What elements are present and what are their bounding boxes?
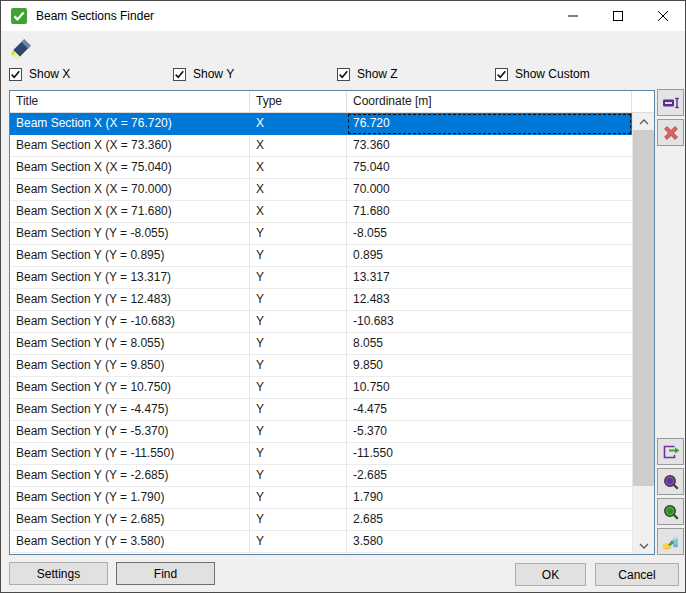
column-header-title[interactable]: Title (10, 91, 250, 112)
export-selection-button[interactable] (657, 438, 684, 465)
row-type: Y (250, 267, 347, 289)
zoom-selected-button[interactable] (657, 468, 684, 495)
row-coordinate: 9.850 (347, 355, 632, 377)
row-coordinate: 12.483 (347, 289, 632, 311)
minimize-icon (568, 11, 578, 21)
row-title: Beam Section X (X = 73.360) (10, 135, 250, 157)
table-row[interactable]: Beam Section X (X = 70.000) X 70.000 (10, 179, 632, 201)
row-type: Y (250, 443, 347, 465)
table-row[interactable]: Beam Section Y (Y = 3.580) Y 3.580 (10, 531, 632, 553)
row-coordinate: 13.317 (347, 267, 632, 289)
scrollbar-thumb[interactable] (633, 130, 654, 486)
row-title: Beam Section Y (Y = 0.895) (10, 245, 250, 267)
minimize-button[interactable] (550, 1, 595, 31)
scroll-down-button[interactable] (633, 537, 654, 554)
table-row[interactable]: Beam Section Y (Y = -5.370) Y -5.370 (10, 421, 632, 443)
row-title: Beam Section Y (Y = -2.685) (10, 465, 250, 487)
delete-x-icon (662, 124, 680, 142)
checkbox-icon (173, 68, 186, 81)
row-title: Beam Section Y (Y = 8.055) (10, 333, 250, 355)
magnifier-green-icon (662, 503, 680, 521)
row-type: X (250, 135, 347, 157)
table-row[interactable]: Beam Section Y (Y = -2.685) Y -2.685 (10, 465, 632, 487)
row-coordinate: 2.685 (347, 509, 632, 531)
show-custom-checkbox[interactable]: Show Custom (495, 67, 590, 81)
row-coordinate: 76.720 (347, 113, 632, 135)
show-z-checkbox[interactable]: Show Z (337, 67, 398, 81)
row-type: Y (250, 465, 347, 487)
row-coordinate: 70.000 (347, 179, 632, 201)
row-type: Y (250, 311, 347, 333)
table-row[interactable]: Beam Section Y (Y = 13.317) Y 13.317 (10, 267, 632, 289)
row-type: Y (250, 245, 347, 267)
brush-button[interactable] (9, 36, 35, 62)
filter-label: Show Y (193, 67, 234, 81)
row-type: Y (250, 487, 347, 509)
row-coordinate: -2.685 (347, 465, 632, 487)
table-row[interactable]: Beam Section Y (Y = 12.483) Y 12.483 (10, 289, 632, 311)
table-row[interactable]: Beam Section Y (Y = 8.055) Y 8.055 (10, 333, 632, 355)
column-header-coordinate[interactable]: Coordinate [m] (347, 91, 632, 112)
table-row[interactable]: Beam Section Y (Y = 2.685) Y 2.685 (10, 509, 632, 531)
ok-button[interactable]: OK (515, 563, 586, 586)
table-row[interactable]: Beam Section X (X = 76.720) X 76.720 (10, 113, 632, 135)
row-coordinate: 10.750 (347, 377, 632, 399)
row-type: X (250, 179, 347, 201)
close-button[interactable] (640, 1, 685, 31)
row-type: Y (250, 399, 347, 421)
table-row[interactable]: Beam Section Y (Y = 0.895) Y 0.895 (10, 245, 632, 267)
row-type: Y (250, 531, 347, 553)
row-type: Y (250, 377, 347, 399)
filter-row: Show X Show Y Show Z Show Custom (1, 67, 685, 84)
beam-sections-finder-dialog: Beam Sections Finder Show X (0, 0, 686, 593)
filter-label: Show Z (357, 67, 398, 81)
row-coordinate: -8.055 (347, 223, 632, 245)
table-row[interactable]: Beam Section X (X = 75.040) X 75.040 (10, 157, 632, 179)
row-coordinate: 8.055 (347, 333, 632, 355)
maximize-button[interactable] (595, 1, 640, 31)
rename-button[interactable] (657, 89, 684, 116)
rename-icon (662, 94, 680, 112)
column-header-type[interactable]: Type (250, 91, 347, 112)
show-x-checkbox[interactable]: Show X (9, 67, 70, 81)
zoom-all-button[interactable] (657, 498, 684, 525)
scroll-up-button[interactable] (633, 113, 654, 130)
row-title: Beam Section Y (Y = 13.317) (10, 267, 250, 289)
table-header: Title Type Coordinate [m] (10, 91, 654, 113)
table-row[interactable]: Beam Section X (X = 73.360) X 73.360 (10, 135, 632, 157)
find-button[interactable]: Find (116, 562, 215, 585)
row-coordinate: 75.040 (347, 157, 632, 179)
table-row[interactable]: Beam Section Y (Y = 9.850) Y 9.850 (10, 355, 632, 377)
row-title: Beam Section Y (Y = 12.483) (10, 289, 250, 311)
row-coordinate: -10.683 (347, 311, 632, 333)
vertical-scrollbar[interactable] (632, 113, 654, 554)
table-row[interactable]: Beam Section X (X = 71.680) X 71.680 (10, 201, 632, 223)
row-title: Beam Section Y (Y = 1.790) (10, 487, 250, 509)
filter-label: Show Custom (515, 67, 590, 81)
delete-button[interactable] (657, 119, 684, 146)
row-type: Y (250, 509, 347, 531)
show-y-checkbox[interactable]: Show Y (173, 67, 234, 81)
show-in-3d-button[interactable] (657, 528, 684, 555)
row-type: Y (250, 223, 347, 245)
row-type: X (250, 113, 347, 135)
row-title: Beam Section Y (Y = -10.683) (10, 311, 250, 333)
table-row[interactable]: Beam Section Y (Y = 1.790) Y 1.790 (10, 487, 632, 509)
row-title: Beam Section Y (Y = 9.850) (10, 355, 250, 377)
table-row[interactable]: Beam Section Y (Y = -11.550) Y -11.550 (10, 443, 632, 465)
row-type: Y (250, 421, 347, 443)
row-title: Beam Section Y (Y = -8.055) (10, 223, 250, 245)
table-row[interactable]: Beam Section Y (Y = -10.683) Y -10.683 (10, 311, 632, 333)
cancel-button[interactable]: Cancel (595, 563, 679, 586)
row-coordinate: 73.360 (347, 135, 632, 157)
green-check-icon (11, 8, 27, 24)
table-row[interactable]: Beam Section Y (Y = 10.750) Y 10.750 (10, 377, 632, 399)
table-row[interactable]: Beam Section Y (Y = -8.055) Y -8.055 (10, 223, 632, 245)
row-title: Beam Section X (X = 71.680) (10, 201, 250, 223)
maximize-icon (613, 11, 623, 21)
titlebar: Beam Sections Finder (1, 1, 685, 31)
row-coordinate: -4.475 (347, 399, 632, 421)
settings-button[interactable]: Settings (9, 562, 108, 585)
checkbox-icon (337, 68, 350, 81)
table-row[interactable]: Beam Section Y (Y = -4.475) Y -4.475 (10, 399, 632, 421)
